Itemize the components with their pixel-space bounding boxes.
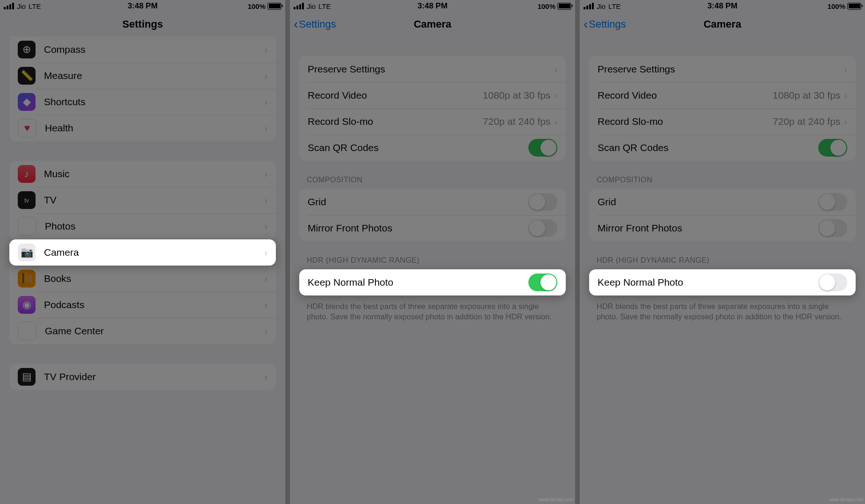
books-icon: 📙 (18, 270, 36, 288)
chevron-right-icon: › (264, 195, 267, 206)
section-composition: COMPOSITION (597, 176, 848, 184)
settings-row-music[interactable]: ♪ Music › (9, 161, 276, 187)
toggle-scan-qr[interactable] (818, 139, 847, 157)
row-keep-normal-photo[interactable]: Keep Normal Photo (299, 269, 566, 295)
chevron-right-icon: › (554, 116, 557, 127)
chevron-right-icon: › (264, 326, 267, 337)
watermark: www.deuaq.com (539, 497, 573, 502)
section-hdr: HDR (HIGH DYNAMIC RANGE) (307, 256, 558, 265)
game-center-icon: ✦ (18, 322, 36, 340)
toggle-keep-normal-photo[interactable] (818, 274, 847, 291)
row-mirror-front[interactable]: Mirror Front Photos (299, 215, 566, 241)
time-label: 3:48 PM (0, 1, 285, 11)
section-hdr: HDR (HIGH DYNAMIC RANGE) (597, 256, 848, 265)
back-button[interactable]: ‹ Settings (294, 17, 336, 32)
row-preserve-settings[interactable]: Preserve Settings › (299, 56, 566, 82)
screenshot-1-settings: Jio LTE 3:48 PM 100% Settings ⊕ Compass … (0, 0, 285, 504)
settings-row-photos[interactable]: 🏵 Photos › (9, 213, 276, 239)
row-record-slomo[interactable]: Record Slo-mo 720p at 240 fps › (299, 108, 566, 135)
nav-header: ‹ Settings Camera (290, 12, 575, 36)
toggle-grid[interactable] (818, 193, 847, 211)
chevron-right-icon: › (844, 64, 847, 75)
page-title: Settings (123, 18, 163, 30)
chevron-right-icon: › (264, 247, 267, 258)
toggle-mirror-front[interactable] (528, 219, 557, 237)
chevron-right-icon: › (264, 372, 267, 382)
chevron-right-icon: › (554, 64, 557, 75)
chevron-right-icon: › (264, 123, 267, 134)
page-title: Camera (704, 18, 742, 30)
settings-row-camera[interactable]: 📷 Camera › (9, 239, 276, 266)
row-keep-normal-photo[interactable]: Keep Normal Photo (589, 269, 856, 295)
chevron-right-icon: › (264, 71, 267, 81)
nav-header: ‹ Settings Camera (580, 12, 865, 36)
chevron-right-icon: › (264, 169, 267, 180)
tv-provider-icon: ▤ (18, 368, 36, 386)
settings-row-shortcuts[interactable]: ◆ Shortcuts › (9, 89, 276, 115)
status-bar: Jio LTE 3:48 PM 100% (580, 0, 865, 12)
section-composition: COMPOSITION (307, 176, 558, 184)
battery-icon (847, 3, 861, 10)
screenshot-3-camera-off: Jio LTE 3:48 PM 100% ‹ Settings Camera P… (580, 0, 865, 504)
status-bar: Jio LTE 3:48 PM 100% (290, 0, 575, 12)
shortcuts-icon: ◆ (18, 93, 36, 111)
chevron-right-icon: › (554, 90, 557, 101)
battery-icon (557, 3, 571, 10)
photos-icon: 🏵 (18, 217, 36, 236)
podcasts-icon: ◉ (18, 296, 36, 314)
row-preserve-settings[interactable]: Preserve Settings › (589, 56, 856, 82)
status-bar: Jio LTE 3:48 PM 100% (0, 0, 285, 12)
measure-icon: 📏 (18, 67, 36, 85)
health-icon: ♥ (18, 119, 36, 137)
row-record-video[interactable]: Record Video 1080p at 30 fps › (299, 82, 566, 108)
page-title: Camera (414, 18, 452, 30)
music-icon: ♪ (18, 165, 36, 183)
row-grid[interactable]: Grid (589, 189, 856, 215)
compass-icon: ⊕ (18, 41, 36, 58)
settings-row-measure[interactable]: 📏 Measure › (9, 63, 276, 89)
toggle-scan-qr[interactable] (528, 139, 557, 157)
row-grid[interactable]: Grid (299, 189, 566, 215)
chevron-right-icon: › (264, 97, 267, 108)
camera-icon: 📷 (18, 244, 36, 261)
settings-row-tv[interactable]: tv TV › (9, 187, 276, 213)
hdr-footer: HDR blends the best parts of three separ… (597, 301, 848, 322)
screenshot-2-camera-on: Jio LTE 3:48 PM 100% ‹ Settings Camera P… (290, 0, 575, 504)
chevron-right-icon: › (844, 90, 847, 101)
chevron-right-icon: › (264, 221, 267, 232)
settings-row-compass[interactable]: ⊕ Compass › (9, 36, 276, 63)
row-scan-qr[interactable]: Scan QR Codes (589, 135, 856, 161)
toggle-mirror-front[interactable] (818, 219, 847, 237)
toggle-grid[interactable] (528, 193, 557, 211)
settings-row-books[interactable]: 📙 Books › (9, 266, 276, 292)
nav-header: Settings (0, 12, 285, 36)
watermark: www.deuaq.com (829, 497, 863, 502)
chevron-right-icon: › (264, 274, 267, 284)
settings-row-game-center[interactable]: ✦ Game Center › (9, 318, 276, 344)
settings-row-health[interactable]: ♥ Health › (9, 115, 276, 141)
tv-icon: tv (18, 191, 36, 209)
chevron-right-icon: › (264, 44, 267, 55)
settings-row-tv-provider[interactable]: ▤ TV Provider › (9, 364, 276, 390)
chevron-right-icon: › (844, 116, 847, 127)
back-button[interactable]: ‹ Settings (584, 17, 626, 32)
row-record-video[interactable]: Record Video 1080p at 30 fps › (589, 82, 856, 108)
hdr-footer: HDR blends the best parts of three separ… (307, 301, 558, 322)
chevron-left-icon: ‹ (294, 17, 298, 32)
row-record-slomo[interactable]: Record Slo-mo 720p at 240 fps › (589, 108, 856, 135)
toggle-keep-normal-photo[interactable] (528, 274, 557, 291)
chevron-right-icon: › (264, 300, 267, 310)
row-mirror-front[interactable]: Mirror Front Photos (589, 215, 856, 241)
battery-icon (267, 3, 281, 10)
chevron-left-icon: ‹ (584, 17, 588, 32)
row-scan-qr[interactable]: Scan QR Codes (299, 135, 566, 161)
settings-row-podcasts[interactable]: ◉ Podcasts › (9, 292, 276, 318)
